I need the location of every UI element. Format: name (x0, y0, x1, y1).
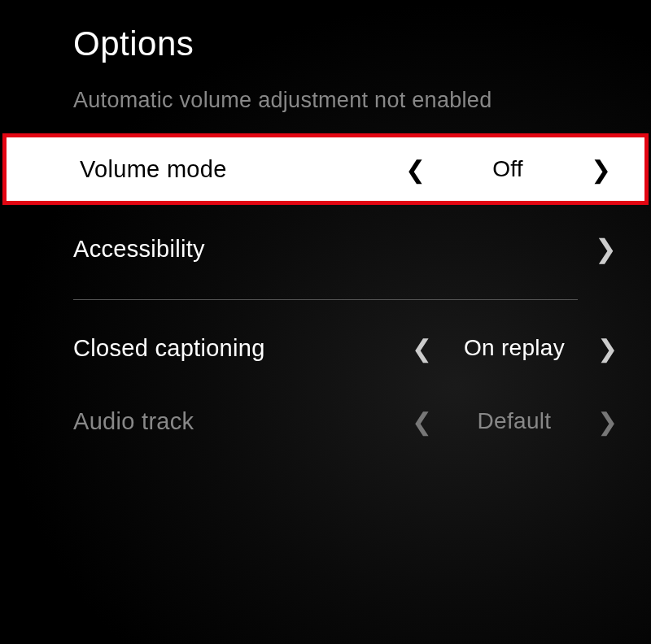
chevron-left-icon[interactable]: ❮ (395, 155, 435, 184)
closed-captioning-selector: ❮ On replay ❯ (402, 334, 627, 363)
audio-track-label: Audio track (73, 408, 194, 435)
accessibility-row[interactable]: Accessibility ❯ (0, 211, 651, 287)
audio-track-row[interactable]: Audio track ❮ Default ❯ (0, 389, 651, 453)
accessibility-label: Accessibility (73, 236, 588, 263)
volume-mode-row[interactable]: Volume mode ❮ Off ❯ (7, 137, 644, 201)
chevron-left-icon[interactable]: ❮ (402, 334, 441, 363)
volume-mode-label: Volume mode (80, 156, 227, 183)
page-title: Options (0, 16, 651, 80)
closed-captioning-row[interactable]: Closed captioning ❮ On replay ❯ (0, 316, 651, 380)
audio-track-selector: ❮ Default ❯ (402, 407, 627, 436)
chevron-right-icon[interactable]: ❯ (588, 407, 627, 436)
closed-captioning-value: On replay (441, 335, 588, 361)
chevron-right-icon[interactable]: ❯ (581, 155, 620, 184)
audio-track-value: Default (441, 408, 588, 434)
divider (73, 299, 578, 300)
closed-captioning-label: Closed captioning (73, 335, 265, 362)
volume-mode-value: Off (435, 156, 581, 182)
options-panel: Options Automatic volume adjustment not … (0, 0, 651, 469)
chevron-right-icon[interactable]: ❯ (588, 334, 627, 363)
chevron-left-icon[interactable]: ❮ (402, 407, 441, 436)
chevron-right-icon: ❯ (588, 233, 627, 264)
subtitle-text: Automatic volume adjustment not enabled (0, 80, 651, 137)
volume-mode-selector: ❮ Off ❯ (395, 155, 620, 184)
